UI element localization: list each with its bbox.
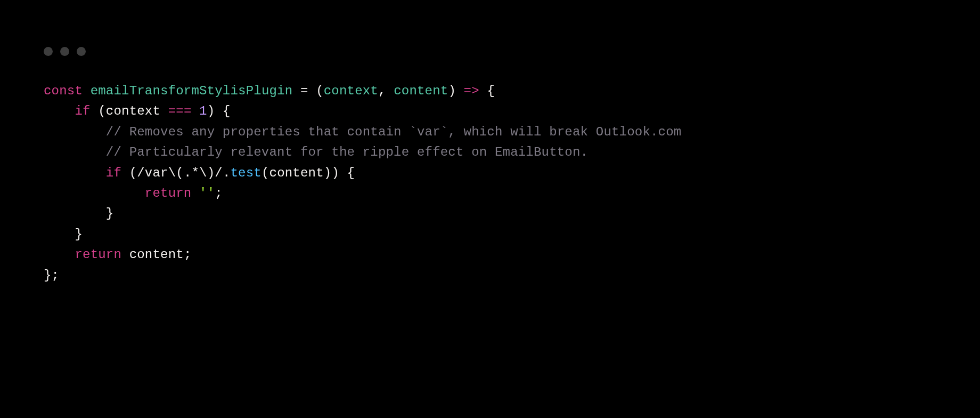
code-line-6: return ''; [44,183,681,204]
dot: . [223,166,231,180]
brace-close: } [44,268,52,283]
window-traffic-lights [44,47,86,56]
method-test: test [231,166,262,180]
brace-open: { [347,166,355,180]
regex-literal: /var\(.*\)/ [137,166,223,180]
paren-open: ( [316,84,324,98]
identifier-content: content [129,247,184,262]
code-block: const emailTransformStylisPlugin = (cont… [44,81,681,286]
paren-close: ) [448,84,456,98]
code-line-8: } [44,224,681,245]
code-line-3: // Removes any properties that contain `… [44,122,681,142]
keyword-const: const [44,84,83,98]
semicolon: ; [184,247,192,262]
paren-open: ( [129,166,137,180]
semicolon: ; [52,268,60,283]
brace-close: } [75,227,83,242]
operator-strict-equal: === [168,104,192,118]
brace-open: { [223,104,231,118]
traffic-dot-close [44,47,53,56]
comma: , [378,84,386,98]
paren-open: ( [98,104,106,118]
code-line-1: const emailTransformStylisPlugin = (cont… [44,81,681,101]
code-line-7: } [44,204,681,224]
code-line-5: if (/var\(.*\)/.test(content)) { [44,163,681,183]
param-context: context [324,84,378,98]
param-content: content [394,84,448,98]
operator-assign: = [300,84,308,98]
brace-close: } [106,206,114,221]
brace-open: { [487,84,495,98]
keyword-if: if [75,104,90,118]
code-line-10: return content; [44,245,681,265]
paren-close: ) [324,166,332,180]
traffic-dot-minimize [60,47,69,56]
comment-line: // Removes any properties that contain `… [106,125,682,139]
paren-close: ) [207,104,215,118]
traffic-dot-zoom [77,47,86,56]
identifier-function-name: emailTransformStylisPlugin [91,84,293,98]
semicolon: ; [215,186,223,200]
keyword-return: return [75,247,121,262]
code-line-4: // Particularly relevant for the ripple … [44,142,681,163]
keyword-if: if [106,166,121,180]
number-literal: 1 [199,104,207,118]
code-line-11: }; [44,266,681,286]
arrow: => [464,84,479,98]
paren-close: ) [331,166,339,180]
identifier-content: content [270,166,324,180]
identifier-context: context [106,104,160,118]
string-empty: '' [199,186,215,200]
comment-line: // Particularly relevant for the ripple … [106,145,588,159]
code-line-2: if (context === 1) { [44,101,681,122]
paren-open: ( [262,166,270,180]
keyword-return: return [145,186,192,200]
